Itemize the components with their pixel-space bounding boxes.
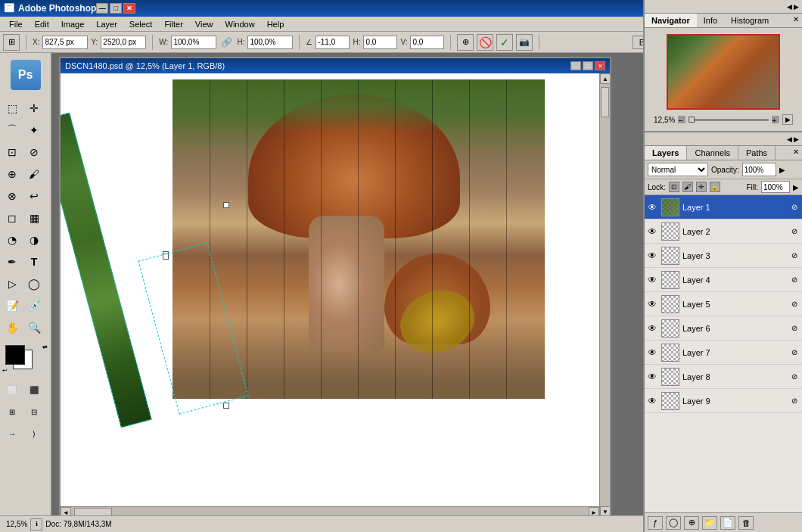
notes-tool[interactable]: 📝 <box>2 295 23 316</box>
link-wh-btn[interactable]: 🔗 <box>219 37 234 48</box>
layer-row-8[interactable]: 👁 Layer 8 ⊘ <box>645 365 802 389</box>
h2-input[interactable] <box>363 36 397 49</box>
lock-transparent-btn[interactable]: ⊡ <box>669 182 679 192</box>
clone-stamp-tool[interactable]: ⊗ <box>2 185 23 207</box>
scroll-right-btn[interactable]: ► <box>589 507 599 515</box>
menu-select[interactable]: Select <box>123 18 159 30</box>
hand-tool[interactable]: ✋ <box>2 317 23 338</box>
jump-to-btn[interactable]: → <box>2 423 23 444</box>
imageready-btn[interactable]: ⟩ <box>23 423 45 444</box>
new-fill-layer-btn[interactable]: ⊕ <box>684 516 699 530</box>
zoom-slider-thumb[interactable] <box>689 117 695 123</box>
layer-1-fx-btn[interactable]: ⊘ <box>788 201 800 213</box>
commit-transform-btn[interactable]: ✓ <box>496 34 513 51</box>
blend-mode-select[interactable]: Normal Dissolve Multiply Screen Overlay <box>648 163 708 176</box>
screen-mode-btn[interactable]: ⊞ <box>2 401 23 422</box>
layer-row-4[interactable]: 👁 Layer 4 ⊘ <box>645 268 802 292</box>
scroll-thumb-h[interactable] <box>74 508 112 515</box>
default-colors-btn[interactable]: ↩ <box>2 367 8 374</box>
canvas[interactable] <box>61 73 599 506</box>
crop-tool[interactable]: ⊡ <box>2 142 23 163</box>
cancel-transform-btn[interactable]: 🚫 <box>477 34 493 51</box>
h-input[interactable] <box>247 36 293 49</box>
vertical-scrollbar[interactable]: ▲ ▼ <box>599 73 610 515</box>
lock-image-btn[interactable]: 🖌 <box>682 182 693 192</box>
zoom-out-btn[interactable]: − <box>678 116 685 123</box>
menu-filter[interactable]: Filter <box>158 18 188 30</box>
scroll-thumb-v[interactable] <box>601 87 609 117</box>
new-group-btn[interactable]: 📁 <box>702 516 717 530</box>
zoom-in-btn[interactable]: + <box>772 116 779 123</box>
layer-8-fx-btn[interactable]: ⊘ <box>788 371 800 383</box>
opacity-arrow[interactable]: ▶ <box>779 166 785 174</box>
text-tool[interactable]: T <box>23 251 45 272</box>
tab-channels[interactable]: Channels <box>687 146 738 160</box>
menu-edit[interactable]: Edit <box>29 18 55 30</box>
zoom-slider-track[interactable] <box>689 119 769 121</box>
menu-view[interactable]: View <box>189 18 219 30</box>
transform-handle-tr[interactable] <box>223 202 229 208</box>
menu-file[interactable]: File <box>3 18 29 30</box>
lasso-tool[interactable]: ⌒ <box>2 120 23 141</box>
lock-position-btn[interactable]: ✛ <box>696 182 707 192</box>
layer-row-1[interactable]: 👁 Layer 1 ⊘ <box>645 195 802 219</box>
transform-handle-bl[interactable] <box>163 254 169 260</box>
tab-navigator[interactable]: Navigator <box>645 14 697 27</box>
angle-input[interactable] <box>316 36 350 49</box>
layer-4-fx-btn[interactable]: ⊘ <box>788 274 800 286</box>
fill-input[interactable] <box>761 181 790 193</box>
add-mask-btn[interactable]: ◯ <box>666 516 681 530</box>
tab-layers[interactable]: Layers <box>645 146 687 160</box>
magic-wand-tool[interactable]: ✦ <box>23 120 45 141</box>
doc-minimize-btn[interactable]: — <box>570 61 581 70</box>
transform-mode-btn[interactable]: 📷 <box>516 34 533 51</box>
standard-mode-btn[interactable]: ⬜ <box>2 379 23 400</box>
add-layer-style-btn[interactable]: ƒ <box>648 516 663 530</box>
fg-color-swatch[interactable] <box>5 345 25 365</box>
layer-row-5[interactable]: 👁 Layer 5 ⊘ <box>645 292 802 316</box>
navigator-panel-menu-btn[interactable]: ▶ <box>794 3 799 11</box>
doc-maximize-btn[interactable]: □ <box>583 61 593 70</box>
navigator-panel-expand-btn[interactable]: ◀ <box>787 3 792 11</box>
menu-layer[interactable]: Layer <box>90 18 123 30</box>
menu-window[interactable]: Window <box>219 18 261 30</box>
minimize-button[interactable]: — <box>96 3 108 14</box>
tab-histogram[interactable]: Histogram <box>724 14 776 27</box>
doc-close-btn[interactable]: ✕ <box>595 61 605 70</box>
quick-mask-btn[interactable]: ⬛ <box>23 379 45 400</box>
nav-panel-close[interactable]: ✕ <box>790 14 802 27</box>
layer-5-visibility[interactable]: 👁 <box>646 298 658 310</box>
fill-arrow[interactable]: ▶ <box>793 183 799 191</box>
layer-4-visibility[interactable]: 👁 <box>646 274 658 286</box>
zoom-tool[interactable]: 🔍 <box>23 317 45 338</box>
gradient-tool[interactable]: ▦ <box>23 207 45 229</box>
layer-row-9[interactable]: 👁 Layer 9 ⊘ <box>645 389 802 413</box>
layer-6-visibility[interactable]: 👁 <box>646 322 658 334</box>
layer-row-7[interactable]: 👁 Layer 7 ⊘ <box>645 341 802 365</box>
layers-panel-menu-btn[interactable]: ▶ <box>794 135 799 143</box>
path-selection-tool[interactable]: ▷ <box>2 273 23 294</box>
marquee-tool[interactable]: ⬚ <box>2 98 23 119</box>
layer-6-fx-btn[interactable]: ⊘ <box>788 322 800 334</box>
layer-row-6[interactable]: 👁 Layer 6 ⊘ <box>645 316 802 341</box>
healing-brush-tool[interactable]: ⊕ <box>2 163 23 185</box>
history-brush-tool[interactable]: ↩ <box>23 185 45 207</box>
layer-2-fx-btn[interactable]: ⊘ <box>788 226 800 238</box>
new-layer-btn[interactable]: 📄 <box>720 516 735 530</box>
maximize-button[interactable]: □ <box>110 3 122 14</box>
blur-tool[interactable]: ◔ <box>2 229 23 250</box>
layers-panel-expand-btn[interactable]: ◀ <box>787 135 792 143</box>
lock-all-btn[interactable]: 🔒 <box>710 182 720 192</box>
layer-2-visibility[interactable]: 👁 <box>646 226 658 238</box>
transform-handle-br[interactable] <box>223 403 229 409</box>
layer-row-2[interactable]: 👁 Layer 2 ⊘ <box>645 219 802 244</box>
w-input[interactable] <box>171 36 216 49</box>
layer-1-visibility[interactable]: 👁 <box>646 201 658 213</box>
layer-9-visibility[interactable]: 👁 <box>646 395 658 407</box>
slice-tool[interactable]: ⊘ <box>23 142 45 163</box>
swap-colors-btn[interactable]: ⇄ <box>42 344 48 350</box>
layer-9-fx-btn[interactable]: ⊘ <box>788 395 800 407</box>
tab-paths[interactable]: Paths <box>738 146 776 160</box>
y-input[interactable] <box>101 36 146 49</box>
menu-help[interactable]: Help <box>261 18 291 30</box>
